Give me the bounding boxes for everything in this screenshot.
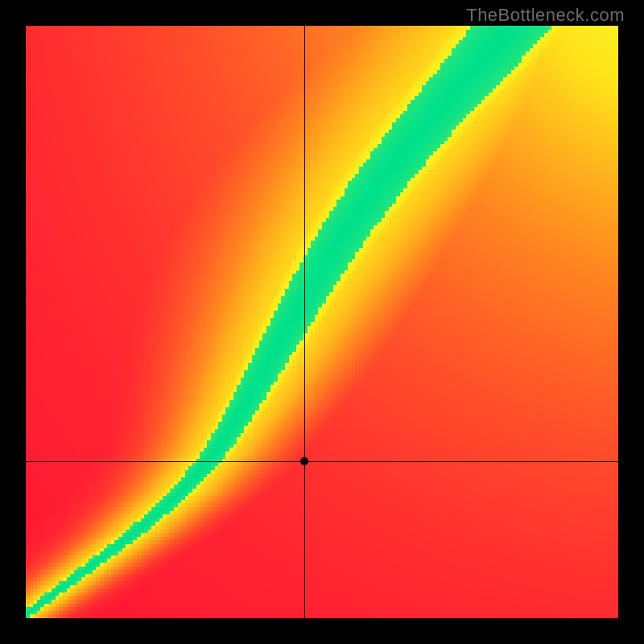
- chart-container: TheBottleneck.com: [0, 0, 644, 644]
- heatmap-plot: [26, 26, 618, 618]
- heatmap-canvas: [26, 26, 618, 618]
- watermark-text: TheBottleneck.com: [466, 5, 625, 26]
